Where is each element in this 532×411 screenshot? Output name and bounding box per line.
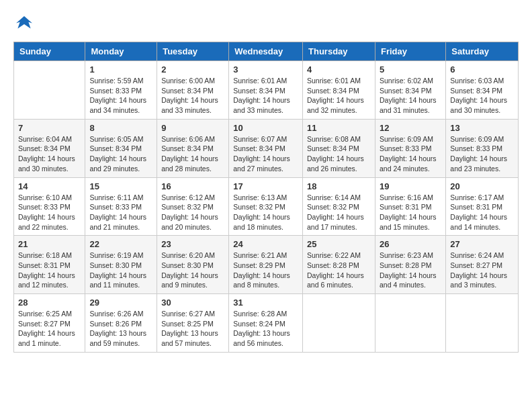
week-row-1: 1 Sunrise: 5:59 AMSunset: 8:33 PMDayligh…: [14, 61, 519, 120]
day-cell: 8 Sunrise: 6:05 AMSunset: 8:34 PMDayligh…: [85, 119, 157, 177]
day-number: 29: [89, 298, 152, 308]
day-info: Sunrise: 6:21 AMSunset: 8:29 PMDaylight:…: [233, 250, 298, 290]
day-number: 20: [450, 181, 514, 191]
day-number: 18: [307, 181, 371, 191]
day-number: 10: [233, 123, 298, 133]
day-number: 3: [233, 64, 298, 75]
day-number: 7: [18, 123, 81, 133]
day-number: 27: [450, 239, 514, 249]
day-info: Sunrise: 6:01 AMSunset: 8:34 PMDaylight:…: [307, 76, 371, 116]
day-cell: 12 Sunrise: 6:09 AMSunset: 8:33 PMDaylig…: [375, 119, 445, 177]
day-info: Sunrise: 6:03 AMSunset: 8:34 PMDaylight:…: [450, 76, 514, 116]
day-number: 23: [161, 239, 224, 249]
day-cell: [446, 294, 519, 353]
day-cell: 13 Sunrise: 6:09 AMSunset: 8:33 PMDaylig…: [446, 119, 519, 177]
day-cell: 27 Sunrise: 6:24 AMSunset: 8:27 PMDaylig…: [446, 236, 519, 294]
week-row-3: 14 Sunrise: 6:10 AMSunset: 8:33 PMDaylig…: [14, 177, 519, 236]
day-info: Sunrise: 6:07 AMSunset: 8:34 PMDaylight:…: [233, 134, 298, 174]
day-number: 4: [307, 64, 371, 75]
day-cell: 25 Sunrise: 6:22 AMSunset: 8:28 PMDaylig…: [303, 236, 375, 294]
day-cell: 1 Sunrise: 5:59 AMSunset: 8:33 PMDayligh…: [85, 61, 157, 120]
calendar-table: SundayMondayTuesdayWednesdayThursdayFrid…: [13, 42, 519, 353]
day-info: Sunrise: 6:09 AMSunset: 8:33 PMDaylight:…: [450, 134, 514, 174]
day-cell: [303, 294, 375, 353]
day-cell: 15 Sunrise: 6:11 AMSunset: 8:33 PMDaylig…: [85, 177, 157, 236]
day-number: 30: [161, 298, 224, 308]
day-info: Sunrise: 6:11 AMSunset: 8:33 PMDaylight:…: [89, 193, 152, 232]
day-info: Sunrise: 6:20 AMSunset: 8:30 PMDaylight:…: [161, 250, 224, 290]
day-number: 5: [380, 64, 441, 75]
day-cell: 20 Sunrise: 6:17 AMSunset: 8:31 PMDaylig…: [446, 177, 519, 236]
day-cell: 9 Sunrise: 6:06 AMSunset: 8:34 PMDayligh…: [157, 119, 229, 177]
day-info: Sunrise: 6:27 AMSunset: 8:25 PMDaylight:…: [161, 309, 224, 349]
day-cell: 16 Sunrise: 6:12 AMSunset: 8:32 PMDaylig…: [157, 177, 229, 236]
day-cell: 23 Sunrise: 6:20 AMSunset: 8:30 PMDaylig…: [157, 236, 229, 294]
day-cell: [14, 61, 85, 120]
day-info: Sunrise: 6:24 AMSunset: 8:27 PMDaylight:…: [450, 250, 514, 290]
day-cell: 18 Sunrise: 6:14 AMSunset: 8:32 PMDaylig…: [303, 177, 375, 236]
day-number: 28: [18, 298, 81, 308]
day-info: Sunrise: 6:02 AMSunset: 8:34 PMDaylight:…: [380, 76, 441, 116]
day-number: 14: [18, 181, 81, 191]
day-cell: 2 Sunrise: 6:00 AMSunset: 8:34 PMDayligh…: [157, 61, 229, 120]
logo-icon: [13, 13, 35, 35]
day-info: Sunrise: 6:18 AMSunset: 8:31 PMDaylight:…: [18, 250, 81, 290]
day-cell: 5 Sunrise: 6:02 AMSunset: 8:34 PMDayligh…: [375, 61, 445, 120]
day-number: 1: [89, 64, 152, 75]
day-info: Sunrise: 6:01 AMSunset: 8:34 PMDaylight:…: [233, 76, 298, 116]
day-info: Sunrise: 6:17 AMSunset: 8:31 PMDaylight:…: [450, 193, 514, 232]
column-header-thursday: Thursday: [303, 42, 375, 61]
page-header: [13, 13, 519, 35]
day-info: Sunrise: 6:28 AMSunset: 8:24 PMDaylight:…: [233, 309, 298, 349]
svg-marker-0: [16, 16, 32, 28]
day-cell: 26 Sunrise: 6:23 AMSunset: 8:28 PMDaylig…: [375, 236, 445, 294]
day-info: Sunrise: 6:04 AMSunset: 8:34 PMDaylight:…: [18, 134, 81, 174]
day-info: Sunrise: 6:19 AMSunset: 8:30 PMDaylight:…: [89, 250, 152, 290]
header-row: SundayMondayTuesdayWednesdayThursdayFrid…: [14, 42, 519, 61]
column-header-tuesday: Tuesday: [157, 42, 229, 61]
day-cell: 24 Sunrise: 6:21 AMSunset: 8:29 PMDaylig…: [229, 236, 303, 294]
day-info: Sunrise: 6:25 AMSunset: 8:27 PMDaylight:…: [18, 309, 81, 349]
day-number: 8: [89, 123, 152, 133]
day-number: 12: [380, 123, 441, 133]
day-info: Sunrise: 6:14 AMSunset: 8:32 PMDaylight:…: [307, 193, 371, 232]
column-header-monday: Monday: [85, 42, 157, 61]
day-cell: 3 Sunrise: 6:01 AMSunset: 8:34 PMDayligh…: [229, 61, 303, 120]
day-number: 16: [161, 181, 224, 191]
day-cell: 11 Sunrise: 6:08 AMSunset: 8:34 PMDaylig…: [303, 119, 375, 177]
day-info: Sunrise: 5:59 AMSunset: 8:33 PMDaylight:…: [89, 76, 152, 116]
day-number: 11: [307, 123, 371, 133]
day-info: Sunrise: 6:05 AMSunset: 8:34 PMDaylight:…: [89, 134, 152, 174]
day-number: 31: [233, 298, 298, 308]
day-cell: 6 Sunrise: 6:03 AMSunset: 8:34 PMDayligh…: [446, 61, 519, 120]
day-cell: 4 Sunrise: 6:01 AMSunset: 8:34 PMDayligh…: [303, 61, 375, 120]
day-info: Sunrise: 6:09 AMSunset: 8:33 PMDaylight:…: [380, 134, 441, 174]
day-info: Sunrise: 6:10 AMSunset: 8:33 PMDaylight:…: [18, 193, 81, 232]
day-info: Sunrise: 6:12 AMSunset: 8:32 PMDaylight:…: [161, 193, 224, 232]
day-info: Sunrise: 6:00 AMSunset: 8:34 PMDaylight:…: [161, 76, 224, 116]
week-row-5: 28 Sunrise: 6:25 AMSunset: 8:27 PMDaylig…: [14, 294, 519, 353]
day-cell: 10 Sunrise: 6:07 AMSunset: 8:34 PMDaylig…: [229, 119, 303, 177]
column-header-friday: Friday: [375, 42, 445, 61]
day-cell: 17 Sunrise: 6:13 AMSunset: 8:32 PMDaylig…: [229, 177, 303, 236]
logo: [13, 13, 38, 35]
day-info: Sunrise: 6:16 AMSunset: 8:31 PMDaylight:…: [380, 193, 441, 232]
day-info: Sunrise: 6:23 AMSunset: 8:28 PMDaylight:…: [380, 250, 441, 290]
column-header-sunday: Sunday: [14, 42, 85, 61]
day-cell: [375, 294, 445, 353]
day-number: 19: [380, 181, 441, 191]
day-number: 17: [233, 181, 298, 191]
column-header-wednesday: Wednesday: [229, 42, 303, 61]
day-cell: 19 Sunrise: 6:16 AMSunset: 8:31 PMDaylig…: [375, 177, 445, 236]
day-cell: 7 Sunrise: 6:04 AMSunset: 8:34 PMDayligh…: [14, 119, 85, 177]
day-cell: 29 Sunrise: 6:26 AMSunset: 8:26 PMDaylig…: [85, 294, 157, 353]
day-info: Sunrise: 6:22 AMSunset: 8:28 PMDaylight:…: [307, 250, 371, 290]
day-cell: 22 Sunrise: 6:19 AMSunset: 8:30 PMDaylig…: [85, 236, 157, 294]
day-info: Sunrise: 6:08 AMSunset: 8:34 PMDaylight:…: [307, 134, 371, 174]
day-number: 21: [18, 239, 81, 249]
day-number: 26: [380, 239, 441, 249]
day-cell: 14 Sunrise: 6:10 AMSunset: 8:33 PMDaylig…: [14, 177, 85, 236]
day-number: 2: [161, 64, 224, 75]
day-number: 6: [450, 64, 514, 75]
day-cell: 21 Sunrise: 6:18 AMSunset: 8:31 PMDaylig…: [14, 236, 85, 294]
